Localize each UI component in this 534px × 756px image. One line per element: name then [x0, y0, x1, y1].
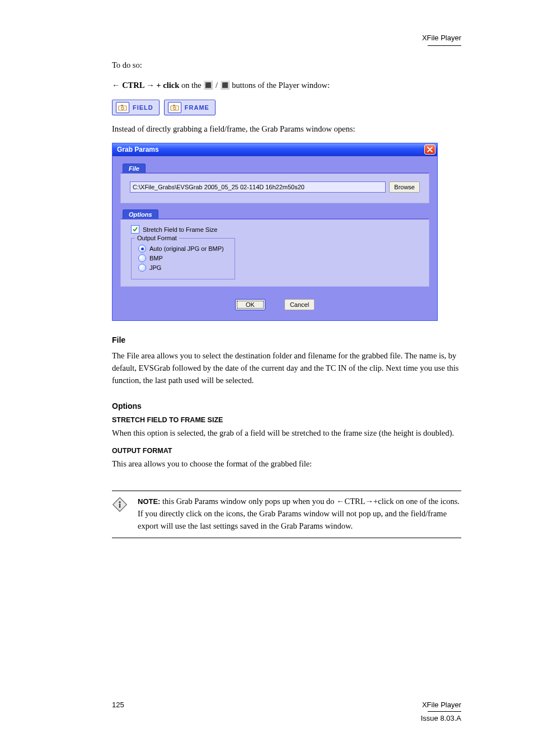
camera-icon	[168, 102, 181, 113]
svg-point-2	[121, 107, 124, 109]
svg-rect-1	[121, 105, 123, 106]
paragraph-stretch: When this option is selected, the grab o…	[112, 427, 461, 440]
inline-frame-icon: 🔳	[220, 81, 230, 90]
radio-bmp-label: BMP	[149, 255, 163, 262]
dialog-titlebar: Grab Params	[113, 143, 437, 156]
stretch-checkbox[interactable]	[131, 225, 139, 234]
radio-jpg-row[interactable]: JPG	[138, 264, 228, 272]
radio-jpg-label: JPG	[149, 264, 161, 271]
heading-options: Options	[112, 402, 461, 410]
stretch-checkbox-label: Stretch Field to Frame Size	[143, 226, 217, 233]
note-paragraph: NOTE: this Grab Params window only pops …	[138, 496, 461, 532]
cancel-button[interactable]: Cancel	[284, 299, 315, 310]
camera-icon	[116, 102, 129, 113]
browse-button[interactable]: Browse	[389, 181, 420, 193]
paragraph-file: The File area allows you to select the d…	[112, 350, 461, 386]
frame-button: FRAME	[164, 100, 216, 115]
subheading-stretch: STRETCH FIELD TO FRAME SIZE	[112, 416, 461, 424]
radio-bmp-row[interactable]: BMP	[138, 254, 228, 262]
dialog-title: Grab Params	[117, 146, 159, 153]
output-format-legend: Output Format	[135, 235, 179, 241]
field-button-label: FIELD	[133, 104, 153, 111]
field-button: FIELD	[112, 100, 160, 115]
frame-button-label: FRAME	[185, 104, 209, 111]
inline-field-icon: 🔳	[203, 81, 213, 90]
footer-divider	[428, 711, 461, 712]
close-icon	[427, 147, 433, 152]
page-footer: 125 XFile Player Issue 8.03.A	[112, 701, 461, 722]
options-section-tab: Options	[123, 209, 158, 219]
ok-button[interactable]: OK	[235, 299, 265, 310]
radio-bmp[interactable]	[138, 254, 146, 262]
svg-point-5	[174, 107, 176, 109]
footer-issue: Issue 8.03.A	[421, 714, 461, 722]
heading-file: File	[112, 335, 461, 344]
checkmark-icon	[133, 227, 138, 232]
breadcrumb: XFile Player	[112, 34, 461, 42]
paragraph-intro-1: To do so:	[112, 59, 461, 72]
paragraph-intro-2: ← CTRL → + click on the 🔳 / 🔳 buttons of…	[112, 80, 461, 92]
alert-icon	[112, 497, 128, 515]
paragraph-after-buttons: Instead of directly grabbing a field/fra…	[112, 123, 461, 136]
svg-rect-4	[173, 105, 175, 106]
footer-page-number: 125	[112, 701, 124, 722]
file-path-input[interactable]	[130, 181, 386, 193]
subheading-output: OUTPUT FORMAT	[112, 447, 461, 455]
svg-point-6	[119, 501, 121, 503]
svg-rect-7	[119, 503, 120, 508]
note-divider-bottom	[112, 538, 461, 538]
paragraph-output: This area allows you to choose the forma…	[112, 458, 461, 470]
stretch-checkbox-row[interactable]: Stretch Field to Frame Size	[131, 225, 420, 234]
divider	[428, 45, 461, 46]
radio-auto-row[interactable]: Auto (original JPG or BMP)	[138, 245, 228, 253]
radio-jpg[interactable]	[138, 264, 146, 272]
radio-auto[interactable]	[138, 245, 146, 253]
figure-field-frame-buttons: FIELD FRAME	[112, 100, 461, 115]
footer-breadcrumb: XFile Player	[421, 701, 461, 709]
file-section-tab: File	[123, 164, 146, 173]
note-divider-top	[112, 491, 461, 491]
grab-params-dialog-figure: Grab Params File Browse Options	[112, 143, 438, 321]
close-button[interactable]	[424, 144, 435, 155]
radio-auto-label: Auto (original JPG or BMP)	[149, 245, 224, 252]
